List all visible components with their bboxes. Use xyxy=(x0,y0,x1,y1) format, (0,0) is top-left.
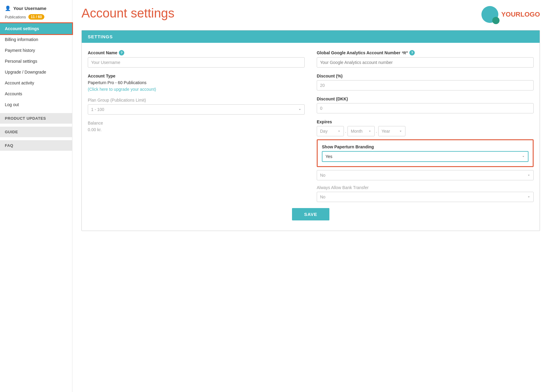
expires-group: Expires Day . Month . xyxy=(317,119,534,136)
account-type-value: Paperturn Pro - 60 Publications xyxy=(88,80,305,85)
account-name-label: Account Name ? xyxy=(88,50,305,55)
sidebar-item-personal-settings[interactable]: Personal settings xyxy=(0,56,72,67)
allow-invoice-select[interactable]: No Yes xyxy=(317,170,534,180)
settings-body: Account Name ? Account Type Paperturn Pr… xyxy=(82,43,540,231)
discount-pct-group: Discount (%) xyxy=(317,74,534,90)
user-icon: 👤 xyxy=(5,5,11,11)
sidebar: 👤 Your Username Publications 11 / 60 Acc… xyxy=(0,0,72,392)
sidebar-item-account-activity[interactable]: Account activity xyxy=(0,77,72,88)
plan-group-select[interactable]: 1 - 100 1 - 50 1 - 200 xyxy=(88,104,305,115)
ga-info-icon[interactable]: ? xyxy=(409,50,415,55)
settings-panel: SETTINGS Account Name ? xyxy=(81,30,540,231)
ga-input[interactable] xyxy=(317,57,534,68)
discount-dkk-label: Discount (DKK) xyxy=(317,96,534,101)
logo-text: YOURLOGO xyxy=(501,11,540,18)
settings-header: SETTINGS xyxy=(82,30,540,43)
save-button[interactable]: SAVE xyxy=(292,208,329,220)
bank-transfer-group: Always Allow Bank Transfer No Yes xyxy=(317,185,534,202)
pro-badge: pRO xyxy=(402,51,408,55)
ga-label-text: Global Google Analytics Account Number xyxy=(317,50,400,55)
sidebar-item-payment-history[interactable]: Payment history xyxy=(0,45,72,56)
account-type-group: Account Type Paperturn Pro - 60 Publicat… xyxy=(88,74,305,92)
sep-2: . xyxy=(376,129,377,134)
discount-dkk-group: Discount (DKK) xyxy=(317,96,534,113)
balance-value: 0.00 kr. xyxy=(88,127,305,132)
sidebar-item-account-settings[interactable]: Account settings xyxy=(0,23,72,34)
expires-selects: Day . Month . Year xyxy=(317,126,534,136)
account-name-group: Account Name ? xyxy=(88,50,305,68)
ga-label: Global Google Analytics Account Number p… xyxy=(317,50,534,55)
show-branding-select[interactable]: Yes No xyxy=(322,151,528,162)
sidebar-user: 👤 Your Username xyxy=(0,0,72,13)
account-name-input[interactable] xyxy=(88,57,305,68)
plan-group-label: Plan Group (Publications Limit) xyxy=(88,98,305,103)
save-row: SAVE xyxy=(88,202,534,223)
account-name-label-text: Account Name xyxy=(88,50,117,55)
upgrade-link[interactable]: (Click here to upgrade your account) xyxy=(88,87,305,92)
account-name-info-icon[interactable]: ? xyxy=(119,50,124,55)
discount-pct-input[interactable] xyxy=(317,80,534,90)
balance-group: Balance 0.00 kr. xyxy=(88,121,305,132)
publications-badge: 11 / 60 xyxy=(28,14,44,20)
show-branding-label: Show Paperturn Branding xyxy=(322,144,528,149)
expires-month-select[interactable]: Month xyxy=(347,126,375,136)
balance-label: Balance xyxy=(88,121,305,125)
account-type-label: Account Type xyxy=(88,74,305,78)
plan-group-group: Plan Group (Publications Limit) 1 - 100 … xyxy=(88,98,305,115)
expires-day-select[interactable]: Day xyxy=(317,126,344,136)
logo-text-plain: YOUR xyxy=(501,11,521,18)
sidebar-item-log-out[interactable]: Log out xyxy=(0,99,72,110)
logo-text-accent: LOGO xyxy=(520,11,540,18)
discount-dkk-input[interactable] xyxy=(317,103,534,113)
form-grid: Account Name ? Account Type Paperturn Pr… xyxy=(88,50,534,202)
logo-area: YOURLOGO xyxy=(481,6,540,23)
sep-1: . xyxy=(345,129,346,134)
app-wrapper: 👤 Your Username Publications 11 / 60 Acc… xyxy=(0,0,549,392)
sidebar-section-guide[interactable]: GUIDE xyxy=(0,127,72,137)
bank-transfer-label: Always Allow Bank Transfer xyxy=(317,185,534,190)
logo-circle-icon xyxy=(481,6,498,23)
right-column: Global Google Analytics Account Number p… xyxy=(317,50,534,202)
sidebar-item-upgrade-downgrade[interactable]: Upgrade / Downgrade xyxy=(0,67,72,77)
main-content: Account settings YOURLOGO SETTINGS xyxy=(72,0,549,392)
left-column: Account Name ? Account Type Paperturn Pr… xyxy=(88,50,305,202)
discount-pct-label: Discount (%) xyxy=(317,74,534,78)
sidebar-publications: Publications 11 / 60 xyxy=(0,13,72,23)
bank-transfer-select[interactable]: No Yes xyxy=(317,192,534,202)
sidebar-section-product-updates[interactable]: PRODUCT UPDATES xyxy=(0,113,72,124)
allow-invoice-group: No Yes xyxy=(317,170,534,180)
sidebar-section-faq[interactable]: FAQ xyxy=(0,140,72,151)
sidebar-item-billing-information[interactable]: Billing information xyxy=(0,34,72,45)
page-header: Account settings YOURLOGO xyxy=(81,6,540,23)
expires-year-select[interactable]: Year xyxy=(378,126,405,136)
page-title: Account settings xyxy=(81,6,174,21)
sidebar-username: Your Username xyxy=(13,6,46,11)
branding-box: Show Paperturn Branding Yes No xyxy=(317,139,534,167)
publications-label: Publications xyxy=(5,15,26,19)
pro-text: pRO xyxy=(402,51,408,55)
expires-label: Expires xyxy=(317,119,534,124)
sidebar-item-accounts[interactable]: Accounts xyxy=(0,88,72,99)
ga-group: Global Google Analytics Account Number p… xyxy=(317,50,534,68)
